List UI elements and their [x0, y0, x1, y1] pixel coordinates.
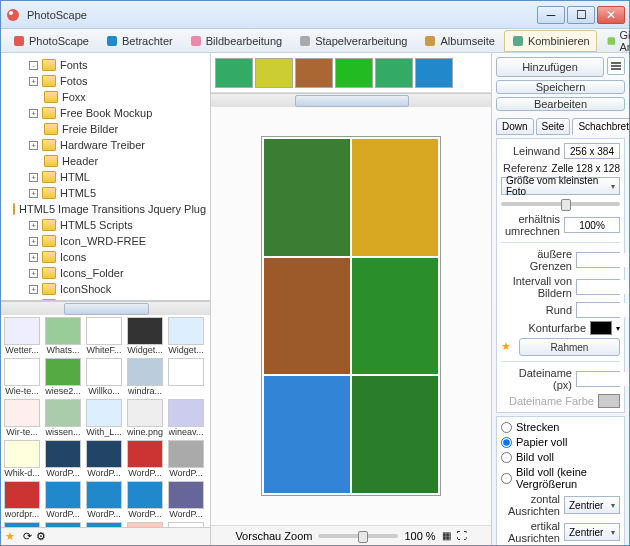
canvas-cell[interactable]	[352, 258, 438, 375]
subtab-seite[interactable]: Seite	[536, 118, 571, 135]
thumbnail-item[interactable]: Widget...	[126, 317, 164, 355]
paper-full-radio[interactable]	[501, 437, 512, 448]
thumbnail-item[interactable]: Widget...	[167, 317, 205, 355]
subtab-down[interactable]: Down	[496, 118, 534, 135]
thumbnail-item[interactable]: wine.png	[126, 399, 164, 437]
thumbnail-item[interactable]: wordpr...	[3, 481, 41, 519]
thumbnail-item[interactable]: windra...	[126, 358, 164, 396]
tab-photoscape[interactable]: PhotoScape	[5, 30, 96, 52]
svg-rect-6	[425, 36, 435, 46]
star-icon[interactable]: ★	[5, 530, 19, 544]
size-mode-combo[interactable]: Größe vom kleinsten Foto	[501, 177, 620, 195]
add-button[interactable]: Hinzufügen	[496, 57, 604, 77]
filename-px-spinner[interactable]: ▴▾	[576, 371, 620, 387]
tree-item[interactable]: Foxx	[5, 89, 206, 105]
canvas-cell[interactable]	[264, 258, 350, 375]
thumbnail-item[interactable]: WordP...	[85, 481, 123, 519]
thumbnail-item[interactable]: With_L...	[85, 399, 123, 437]
strip-scrollbar[interactable]	[211, 93, 491, 107]
minimize-button[interactable]: ─	[537, 6, 565, 24]
tree-item[interactable]: -Fonts	[5, 57, 206, 73]
thumbnail-item[interactable]: WordP...	[44, 440, 82, 478]
tab-bildbearbeitung[interactable]: Bildbearbeitung	[182, 30, 289, 52]
thumbnail-item[interactable]: Willko...	[85, 358, 123, 396]
thumbnail-item[interactable]: wiese2...	[44, 358, 82, 396]
save-button[interactable]: Speichern	[496, 80, 625, 94]
thumbnail-item[interactable]: WordP...	[85, 440, 123, 478]
thumbnail-browser[interactable]: Wetter...Whats...WhiteF...Widget...Widge…	[1, 315, 210, 527]
filename-color-swatch[interactable]	[598, 394, 620, 408]
thumbnail-item[interactable]: WordP...	[167, 440, 205, 478]
stretch-radio[interactable]	[501, 422, 512, 433]
tree-item[interactable]: +HTML	[5, 169, 206, 185]
tree-item[interactable]: +Fotos	[5, 73, 206, 89]
settings-icon[interactable]: ⚙	[36, 530, 46, 543]
edit-button[interactable]: Bearbeiten	[496, 97, 625, 111]
v-align-combo[interactable]: Zentrier	[564, 523, 620, 541]
maximize-button[interactable]: ☐	[567, 6, 595, 24]
thumbnail-item[interactable]: Wir-te...	[3, 399, 41, 437]
thumbnail-item[interactable]: Whats...	[44, 317, 82, 355]
thumbnail-item[interactable]	[167, 358, 205, 396]
contour-color-label: Konturfarbe	[501, 322, 586, 334]
strip-thumb[interactable]	[375, 58, 413, 88]
canvas-cell[interactable]	[352, 376, 438, 493]
zoom-slider[interactable]	[318, 534, 398, 538]
image-strip[interactable]	[211, 53, 491, 93]
tree-item[interactable]: HTML5 Image Transitions Jquery Plug	[5, 201, 206, 217]
interval-spinner[interactable]: ▴▾	[576, 279, 620, 295]
tree-item[interactable]: +IconShock	[5, 281, 206, 297]
contour-color-swatch[interactable]	[590, 321, 612, 335]
thumbnail-item[interactable]: WhiteF...	[85, 317, 123, 355]
preview-canvas[interactable]	[211, 107, 491, 525]
image-full-radio[interactable]	[501, 452, 512, 463]
thumbnail-item[interactable]: WordP...	[126, 440, 164, 478]
tree-scrollbar[interactable]	[1, 301, 210, 315]
thumbnail-item[interactable]: WordP...	[44, 481, 82, 519]
tree-item[interactable]: +HTML5	[5, 185, 206, 201]
strip-thumb[interactable]	[215, 58, 253, 88]
tab-betrachter[interactable]: Betrachter	[98, 30, 180, 52]
thumbnail-item[interactable]: wineav...	[167, 399, 205, 437]
zoom-value: 100 %	[404, 530, 435, 542]
fit-icon[interactable]: ⛶	[457, 530, 467, 541]
frame-button[interactable]: Rahmen	[519, 338, 620, 356]
strip-thumb[interactable]	[255, 58, 293, 88]
tree-item[interactable]: +Icons	[5, 249, 206, 265]
tab-albumseite[interactable]: Albumseite	[416, 30, 501, 52]
canvas-cell[interactable]	[264, 376, 350, 493]
thumbnail-item[interactable]: Wie-te...	[3, 358, 41, 396]
tree-item[interactable]: +Hardware Treiber	[5, 137, 206, 153]
canvas-cell[interactable]	[352, 139, 438, 256]
strip-thumb[interactable]	[415, 58, 453, 88]
tree-item[interactable]: +Free Book Mockup	[5, 105, 206, 121]
tab-kombinieren[interactable]: Kombinieren	[504, 30, 597, 52]
canvas-cell[interactable]	[264, 139, 350, 256]
refresh-icon[interactable]: ⟳	[23, 530, 32, 543]
tab-gif-animator[interactable]: Gif-Animator	[599, 25, 630, 57]
strip-thumb[interactable]	[335, 58, 373, 88]
tree-item[interactable]: Freie Bilder	[5, 121, 206, 137]
checker-icon[interactable]: ▦	[442, 530, 451, 541]
tree-item[interactable]: Header	[5, 153, 206, 169]
subtab-schachbrett[interactable]: Schachbrett	[572, 118, 629, 135]
tree-item[interactable]: +Icon_WRD-FREE	[5, 233, 206, 249]
h-align-combo[interactable]: Zentrier	[564, 496, 620, 514]
round-spinner[interactable]: ▴▾	[576, 302, 620, 318]
thumbnail-item[interactable]: WordP...	[126, 481, 164, 519]
thumbnail-item[interactable]: Wetter...	[3, 317, 41, 355]
strip-thumb[interactable]	[295, 58, 333, 88]
close-button[interactable]: ✕	[597, 6, 625, 24]
tree-item[interactable]: +HTML5 Scripts	[5, 217, 206, 233]
tab-stapelverarbeitung[interactable]: Stapelverarbeitung	[291, 30, 414, 52]
folder-tree[interactable]: -Fonts+FotosFoxx+Free Book MockupFreie B…	[1, 53, 210, 301]
outer-border-spinner[interactable]: ▴▾	[576, 252, 620, 268]
thumbnail-item[interactable]: Whik-d...	[3, 440, 41, 478]
thumbnail-item[interactable]: wissen...	[44, 399, 82, 437]
size-slider[interactable]	[501, 202, 620, 206]
thumbnail-item[interactable]: WordP...	[167, 481, 205, 519]
image-full-nozoom-radio[interactable]	[501, 473, 512, 484]
menu-icon[interactable]	[607, 57, 625, 75]
dropdown-icon[interactable]: ▾	[616, 324, 620, 333]
tree-item[interactable]: +Icons_Folder	[5, 265, 206, 281]
